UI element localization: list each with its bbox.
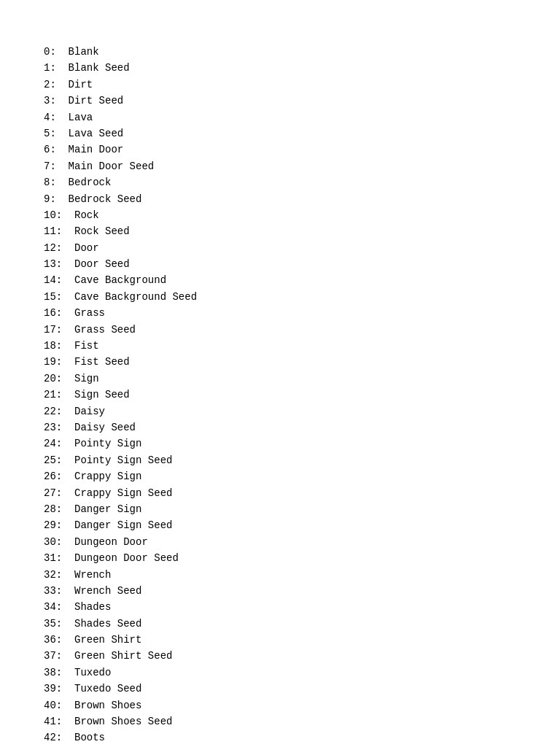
list-item: 31: Dungeon Door Seed xyxy=(44,550,516,566)
list-item: 28: Danger Sign xyxy=(44,501,516,517)
list-item: 26: Crappy Sign xyxy=(44,468,516,484)
list-item: 42: Boots xyxy=(44,729,516,746)
list-item: 32: Wrench xyxy=(44,567,516,583)
list-item: 25: Pointy Sign Seed xyxy=(44,452,516,468)
list-item: 39: Tuxedo Seed xyxy=(44,681,516,697)
list-item: 27: Crappy Sign Seed xyxy=(44,485,516,501)
list-item: 12: Door xyxy=(44,240,516,256)
list-item: 21: Sign Seed xyxy=(44,387,516,403)
list-item: 2: Dirt xyxy=(44,77,516,93)
list-item: 16: Grass xyxy=(44,305,516,321)
list-item: 15: Cave Background Seed xyxy=(44,289,516,305)
list-item: 41: Brown Shoes Seed xyxy=(44,713,516,729)
list-item: 24: Pointy Sign xyxy=(44,436,516,452)
list-item: 11: Rock Seed xyxy=(44,223,516,239)
list-item: 4: Lava xyxy=(44,109,516,125)
list-item: 38: Tuxedo xyxy=(44,665,516,681)
list-item: 29: Danger Sign Seed xyxy=(44,517,516,533)
list-item: 8: Bedrock xyxy=(44,174,516,190)
list-item: 0: Blank xyxy=(44,44,516,60)
list-item: 18: Fist xyxy=(44,338,516,354)
list-item: 30: Dungeon Door xyxy=(44,534,516,550)
list-item: 3: Dirt Seed xyxy=(44,93,516,109)
list-item: 6: Main Door xyxy=(44,142,516,158)
list-item: 9: Bedrock Seed xyxy=(44,191,516,207)
item-list: 0: Blank1: Blank Seed2: Dirt3: Dirt Seed… xyxy=(44,44,516,747)
list-item: 17: Grass Seed xyxy=(44,322,516,338)
list-item: 1: Blank Seed xyxy=(44,60,516,76)
list-item: 33: Wrench Seed xyxy=(44,583,516,599)
list-item: 20: Sign xyxy=(44,371,516,387)
list-item: 7: Main Door Seed xyxy=(44,158,516,174)
list-item: 19: Fist Seed xyxy=(44,354,516,370)
list-item: 35: Shades Seed xyxy=(44,616,516,632)
list-item: 22: Daisy xyxy=(44,403,516,419)
list-item: 36: Green Shirt xyxy=(44,632,516,648)
list-item: 5: Lava Seed xyxy=(44,125,516,142)
list-item: 34: Shades xyxy=(44,599,516,615)
list-item: 10: Rock xyxy=(44,207,516,223)
list-item: 13: Door Seed xyxy=(44,256,516,272)
list-item: 14: Cave Background xyxy=(44,272,516,288)
list-item: 40: Brown Shoes xyxy=(44,697,516,713)
list-item: 23: Daisy Seed xyxy=(44,419,516,436)
list-item: 37: Green Shirt Seed xyxy=(44,648,516,664)
